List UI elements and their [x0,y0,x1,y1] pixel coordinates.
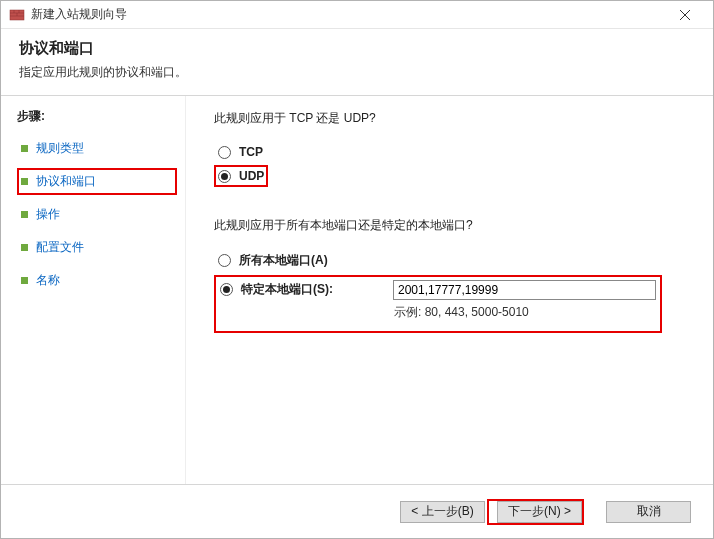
sidebar-item-profile[interactable]: 配置文件 [17,234,177,261]
sidebar-item-label: 协议和端口 [36,173,96,190]
sidebar-item-label: 配置文件 [36,239,84,256]
titlebar: 新建入站规则向导 [1,1,713,29]
sidebar: 步骤: 规则类型 协议和端口 操作 配置文件 名称 [1,96,186,484]
option-udp[interactable]: UDP [214,165,268,187]
option-specific-ports[interactable]: 特定本地端口(S): [218,279,393,300]
cancel-button[interactable]: 取消 [606,501,691,523]
close-icon [680,10,690,20]
sidebar-item-label: 操作 [36,206,60,223]
question-protocol: 此规则应用于 TCP 还是 UDP? [214,110,689,127]
sidebar-item-action[interactable]: 操作 [17,201,177,228]
header: 协议和端口 指定应用此规则的协议和端口。 [1,29,713,96]
wizard-window: 新建入站规则向导 协议和端口 指定应用此规则的协议和端口。 步骤: 规则类型 协… [0,0,714,539]
firewall-icon [9,7,25,23]
option-label: UDP [239,169,264,183]
body: 步骤: 规则类型 协议和端口 操作 配置文件 名称 [1,96,713,484]
bullet-icon [21,178,28,185]
question-ports: 此规则应用于所有本地端口还是特定的本地端口? [214,217,689,234]
option-label: 所有本地端口(A) [239,252,328,269]
specific-port-block: 特定本地端口(S): 示例: 80, 443, 5000-5010 [214,275,662,333]
window-title: 新建入站规则向导 [31,6,665,23]
option-label: 特定本地端口(S): [241,281,391,298]
sidebar-item-rule-type[interactable]: 规则类型 [17,135,177,162]
page-subtitle: 指定应用此规则的协议和端口。 [19,64,695,81]
bullet-icon [21,145,28,152]
sidebar-item-name[interactable]: 名称 [17,267,177,294]
bullet-icon [21,244,28,251]
port-example-text: 示例: 80, 443, 5000-5010 [394,304,658,321]
sidebar-item-label: 名称 [36,272,60,289]
bullet-icon [21,277,28,284]
radio-icon [218,254,231,267]
sidebar-title: 步骤: [17,108,177,125]
back-button[interactable]: < 上一步(B) [400,501,485,523]
specific-ports-input[interactable] [393,280,656,300]
page-title: 协议和端口 [19,39,695,58]
bullet-icon [21,211,28,218]
sidebar-item-protocol-ports[interactable]: 协议和端口 [17,168,177,195]
radio-icon [218,170,231,183]
option-all-ports[interactable]: 所有本地端口(A) [214,248,332,273]
sidebar-item-label: 规则类型 [36,140,84,157]
radio-icon [218,146,231,159]
footer: < 上一步(B) 下一步(N) > 取消 [1,484,713,538]
option-tcp[interactable]: TCP [214,141,267,163]
option-label: TCP [239,145,263,159]
radio-icon [220,283,233,296]
main-panel: 此规则应用于 TCP 还是 UDP? TCP UDP 此规则应用于所有本地端口还… [186,96,713,484]
close-button[interactable] [665,1,705,28]
next-button[interactable]: 下一步(N) > [497,501,582,523]
